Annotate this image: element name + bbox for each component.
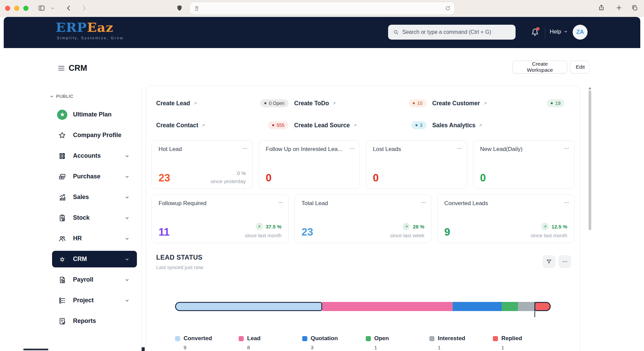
sidebar-item-label: Project (73, 297, 94, 304)
filter-button[interactable] (543, 255, 555, 268)
legend-value: 8 (247, 345, 302, 350)
stat-trend-block: 12.5 %since last month (531, 223, 567, 238)
badge-dot-icon (551, 102, 553, 104)
notifications-bell-button[interactable] (530, 27, 540, 37)
calculator-icon (57, 151, 67, 161)
help-menu[interactable]: Help (550, 28, 568, 35)
global-search-input[interactable]: Search or type a command (Ctrl + G) (388, 25, 516, 40)
scrollbar[interactable] (589, 90, 591, 230)
new-tab-icon[interactable] (615, 4, 623, 12)
legend-label: Quotation (311, 335, 338, 342)
stat-card-value: 23 (159, 172, 170, 184)
sidebar-item-label: Company Profile (73, 132, 121, 139)
stat-card-lost-leads[interactable]: Lost Leads0 (366, 140, 467, 189)
chart-menu-button[interactable] (558, 255, 571, 268)
legend-item-open[interactable]: Open1 (366, 335, 429, 350)
scroll-up-arrow-icon[interactable] (589, 87, 591, 89)
shortcut-link-create-contact[interactable]: Create Contact (156, 122, 206, 129)
bar-segment-converted[interactable] (175, 302, 322, 311)
sidebar-item-label: Reports (73, 317, 96, 325)
sidebar-item-stock[interactable]: Stock (52, 210, 137, 226)
sidebar-item-accounts[interactable]: Accounts (52, 148, 137, 164)
bar-segment-open[interactable] (502, 302, 518, 311)
legend-item-lead[interactable]: Lead8 (239, 335, 302, 350)
badge-text: 3 (420, 123, 423, 128)
legend-item-quotation[interactable]: Quotation3 (302, 335, 366, 350)
money-icon (57, 172, 67, 182)
app-header: ERPEaz Simplify, Systemize, Grow Search … (4, 17, 640, 48)
browser-sidebar-toggle-icon[interactable] (38, 4, 45, 12)
plan-icon (57, 110, 67, 120)
minimize-window-button[interactable] (14, 6, 19, 11)
bar-segment-replied[interactable] (534, 302, 551, 311)
legend-item-interested[interactable]: Interested1 (429, 335, 493, 350)
card-menu-icon[interactable] (456, 146, 462, 151)
sidebar-item-crm[interactable]: CRM (52, 251, 137, 267)
browser-forward-button[interactable] (80, 4, 88, 12)
reader-page-icon[interactable] (194, 5, 200, 12)
stat-card-follow-up-on-interested-lea[interactable]: Follow Up on Interested Lea...0 (259, 140, 360, 189)
sidebar-item-purchase[interactable]: Purchase (52, 168, 137, 185)
sidebar-item-hr[interactable]: HR (52, 230, 137, 247)
sidebar-item-sales[interactable]: Sales (52, 189, 137, 205)
arrow-up-right-icon (353, 123, 357, 128)
legend-item-replied[interactable]: Replied1 (493, 335, 556, 350)
badge-text: 0 Open (269, 101, 284, 106)
sidebar-item-reports[interactable]: Reports (52, 313, 137, 329)
legend-swatch-icon (175, 336, 180, 341)
card-menu-icon[interactable] (421, 200, 426, 205)
card-menu-icon[interactable] (349, 146, 355, 151)
stat-card-title: New Lead(Daily) (480, 146, 567, 153)
legend-item-converted[interactable]: Converted9 (175, 335, 239, 350)
browser-address-bar[interactable] (190, 2, 455, 15)
browser-back-button[interactable] (65, 4, 72, 12)
arrow-up-right-icon (332, 101, 336, 106)
avatar[interactable]: ZA (573, 25, 588, 40)
stat-card-total-lead[interactable]: Total Lead2328 %since last week (294, 194, 432, 243)
edit-button[interactable]: Edit (570, 61, 589, 73)
lead-status-stacked-bar[interactable] (175, 302, 551, 311)
shortcuts-section: Create Lead0 OpenCreate ToDo10Create Cus… (156, 98, 570, 142)
chart-title: LEAD STATUS (156, 254, 203, 261)
reload-icon[interactable] (445, 5, 451, 11)
bar-segment-interested[interactable] (518, 302, 534, 311)
bar-segment-quotation[interactable] (453, 302, 502, 311)
stat-card-hot-lead[interactable]: Hot Lead230 %since yesterday (151, 140, 253, 189)
app-logo[interactable]: ERPEaz Simplify, Systemize, Grow (56, 20, 124, 40)
share-icon[interactable] (598, 4, 605, 11)
card-menu-icon[interactable] (242, 146, 248, 151)
badge-dot-icon (272, 124, 274, 126)
stat-card-followup-required[interactable]: Followup Required1137.5 %since last mont… (151, 194, 289, 243)
sidebar-section-public[interactable]: PUBLIC (50, 94, 73, 99)
stat-card-new-lead-daily[interactable]: New Lead(Daily)0 (473, 140, 574, 189)
shortcut-link-create-customer[interactable]: Create Customer (432, 100, 487, 107)
legend-value: 1 (501, 345, 556, 350)
chevron-down-icon (124, 236, 130, 241)
privacy-shield-icon[interactable] (176, 4, 183, 12)
card-menu-icon[interactable] (564, 146, 569, 151)
card-menu-icon[interactable] (278, 200, 284, 205)
sidebar-item-project[interactable]: Project (52, 292, 137, 309)
shortcut-cell: Create ToDo10 (294, 98, 432, 108)
sidebar-item-payroll[interactable]: $Payroll (52, 271, 137, 288)
tab-overview-icon[interactable] (631, 4, 638, 12)
badge-text: 10 (417, 101, 423, 106)
close-window-button[interactable] (5, 6, 10, 11)
create-workspace-button[interactable]: Create Workspace (512, 61, 567, 73)
shortcut-link-create-todo[interactable]: Create ToDo (294, 100, 336, 107)
zoom-window-button[interactable] (23, 6, 28, 11)
shortcut-label: Create Customer (432, 100, 480, 107)
workspace-sidebar-toggle-icon[interactable] (57, 64, 65, 72)
card-menu-icon[interactable] (564, 200, 569, 205)
shortcut-link-sales-analytics[interactable]: Sales Analytics (432, 122, 483, 129)
shortcut-link-create-lead-source[interactable]: Create Lead Source (294, 122, 357, 129)
bar-segment-lead[interactable] (322, 302, 453, 311)
arrow-up-right-icon (193, 101, 197, 106)
sidebar-item-company-profile[interactable]: Company Profile (52, 127, 137, 144)
sidebar-item-ultimate-plan[interactable]: Ultimate Plan (52, 106, 137, 123)
chevron-down-icon[interactable] (50, 6, 55, 10)
stat-card-converted-leads[interactable]: Converted Leads912.5 %since last month (437, 194, 574, 243)
chevron-down-icon (124, 153, 130, 159)
shortcut-link-create-lead[interactable]: Create Lead (156, 100, 197, 107)
chart-subtitle: Last synced just now (156, 264, 203, 270)
